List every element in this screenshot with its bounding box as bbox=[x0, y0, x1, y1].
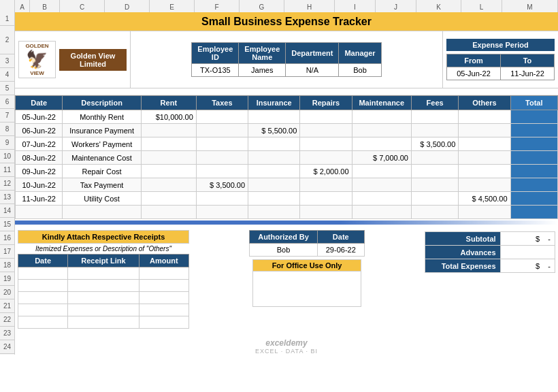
row-numbers: 1 2 3 4 5 6 7 8 9 10 11 12 13 14 15 16 1… bbox=[0, 12, 15, 355]
col-fees-header: Fees bbox=[411, 96, 458, 110]
cell-others[interactable] bbox=[459, 178, 510, 192]
cell-desc[interactable]: Workers' Payment bbox=[63, 137, 142, 151]
cell-others[interactable] bbox=[459, 110, 510, 124]
cell-taxes[interactable] bbox=[196, 137, 248, 151]
cell-desc[interactable]: Repair Cost bbox=[63, 165, 142, 178]
col-f: F bbox=[195, 0, 240, 12]
cell-maintenance[interactable] bbox=[352, 165, 411, 178]
totals-table: Subtotal $ - Advances Total Expenses bbox=[425, 231, 555, 273]
cell-desc[interactable]: Utility Cost bbox=[63, 192, 142, 206]
cell-total[interactable] bbox=[510, 124, 557, 137]
expense-row-empty bbox=[16, 206, 558, 219]
main-title: Small Business Expense Tracker bbox=[201, 16, 372, 27]
cell-insurance[interactable] bbox=[248, 110, 300, 124]
cell-repairs[interactable] bbox=[300, 110, 352, 124]
cell-total[interactable] bbox=[510, 110, 557, 124]
cell-date[interactable]: 06-Jun-22 bbox=[16, 124, 63, 137]
cell-date[interactable]: 11-Jun-22 bbox=[16, 192, 63, 206]
cell-others[interactable]: $ 4,500.00 bbox=[459, 192, 510, 206]
cell-fees[interactable] bbox=[411, 151, 458, 165]
cell-repairs[interactable] bbox=[300, 178, 352, 192]
cell-maintenance[interactable] bbox=[352, 137, 411, 151]
cell-date[interactable]: 09-Jun-22 bbox=[16, 165, 63, 178]
period-to-value: 11-Jun-22 bbox=[501, 67, 555, 80]
cell-total[interactable] bbox=[510, 151, 557, 165]
cell-fees[interactable] bbox=[411, 192, 458, 206]
cell-date[interactable]: 08-Jun-22 bbox=[16, 151, 63, 165]
cell-insurance[interactable]: $ 5,500.00 bbox=[248, 124, 300, 137]
receipts-link-header: Receipt Link bbox=[68, 255, 140, 267]
cell-taxes[interactable] bbox=[196, 192, 248, 206]
cell-others[interactable] bbox=[459, 165, 510, 178]
receipts-row bbox=[18, 304, 189, 316]
logo-box: GOLDEN 🦅 VIEW bbox=[18, 41, 56, 78]
cell-insurance[interactable] bbox=[248, 192, 300, 206]
cell-total[interactable] bbox=[510, 137, 557, 151]
cell-desc[interactable]: Insurance Payment bbox=[63, 124, 142, 137]
receipts-row bbox=[18, 267, 189, 280]
cell-fees[interactable]: $ 3,500.00 bbox=[411, 137, 458, 151]
col-rent-header: Rent bbox=[141, 96, 196, 110]
col-b: B bbox=[30, 0, 60, 12]
col-total-header: Total bbox=[510, 96, 557, 110]
col-repairs-header: Repairs bbox=[300, 96, 352, 110]
cell-date[interactable]: 10-Jun-22 bbox=[16, 178, 63, 192]
cell-total[interactable] bbox=[510, 178, 557, 192]
cell-desc[interactable]: Maintenance Cost bbox=[63, 151, 142, 165]
cell-total[interactable] bbox=[510, 192, 557, 206]
expense-row-5: 09-Jun-22Repair Cost$ 2,000.00 bbox=[16, 165, 558, 178]
cell-desc[interactable]: Monthly Rent bbox=[63, 110, 142, 124]
cell-total[interactable] bbox=[510, 165, 557, 178]
cell-rent[interactable] bbox=[141, 124, 196, 137]
cell-maintenance[interactable] bbox=[352, 110, 411, 124]
cell-repairs[interactable] bbox=[300, 151, 352, 165]
cell-rent[interactable] bbox=[141, 151, 196, 165]
cell-taxes[interactable]: $ 3,500.00 bbox=[196, 178, 248, 192]
cell-rent[interactable] bbox=[141, 192, 196, 206]
cell-taxes[interactable] bbox=[196, 151, 248, 165]
col-j: J bbox=[376, 0, 416, 12]
cell-fees[interactable] bbox=[411, 165, 458, 178]
col-k: K bbox=[416, 0, 461, 12]
cell-maintenance[interactable] bbox=[352, 124, 411, 137]
expense-row-3: 07-Jun-22Workers' Payment$ 3,500.00 bbox=[16, 137, 558, 151]
cell-date[interactable]: 07-Jun-22 bbox=[16, 137, 63, 151]
expense-table[interactable]: Date Description Rent Taxes Insurance Re… bbox=[15, 95, 558, 219]
cell-maintenance[interactable] bbox=[352, 178, 411, 192]
cell-fees[interactable] bbox=[411, 110, 458, 124]
cell-desc[interactable]: Tax Payment bbox=[63, 178, 142, 192]
auth-date-header: Date bbox=[317, 231, 364, 244]
cell-date[interactable]: 05-Jun-22 bbox=[16, 110, 63, 124]
cell-fees[interactable] bbox=[411, 178, 458, 192]
receipts-title: Kindly Attach Respective Receipts bbox=[18, 230, 189, 244]
cell-rent[interactable] bbox=[141, 137, 196, 151]
cell-repairs[interactable] bbox=[300, 124, 352, 137]
col-c: C bbox=[60, 0, 105, 12]
title-row: Small Business Expense Tracker bbox=[15, 12, 558, 31]
cell-taxes[interactable] bbox=[196, 124, 248, 137]
cell-repairs[interactable]: $ 2,000.00 bbox=[300, 165, 352, 178]
cell-insurance[interactable] bbox=[248, 165, 300, 178]
office-use-title: For Office Use Only bbox=[253, 260, 361, 272]
cell-maintenance[interactable]: $ 7,000.00 bbox=[352, 151, 411, 165]
cell-rent[interactable] bbox=[141, 165, 196, 178]
cell-insurance[interactable] bbox=[248, 137, 300, 151]
cell-repairs[interactable] bbox=[300, 192, 352, 206]
cell-rent[interactable] bbox=[141, 178, 196, 192]
cell-insurance[interactable] bbox=[248, 178, 300, 192]
receipts-table[interactable]: Date Receipt Link Amount bbox=[18, 254, 189, 329]
cell-insurance[interactable] bbox=[248, 151, 300, 165]
advances-value bbox=[500, 246, 555, 259]
cell-maintenance[interactable] bbox=[352, 192, 411, 206]
cell-fees[interactable] bbox=[411, 124, 458, 137]
cell-others[interactable] bbox=[459, 151, 510, 165]
cell-taxes[interactable] bbox=[196, 110, 248, 124]
cell-others[interactable] bbox=[459, 124, 510, 137]
cell-taxes[interactable] bbox=[196, 165, 248, 178]
cell-others[interactable] bbox=[459, 137, 510, 151]
office-use-box: For Office Use Only bbox=[252, 259, 361, 307]
emp-name-header: EmployeeName bbox=[239, 43, 286, 64]
cell-rent[interactable]: $10,000.00 bbox=[141, 110, 196, 124]
cell-repairs[interactable] bbox=[300, 137, 352, 151]
emp-name-value: James bbox=[239, 64, 286, 77]
